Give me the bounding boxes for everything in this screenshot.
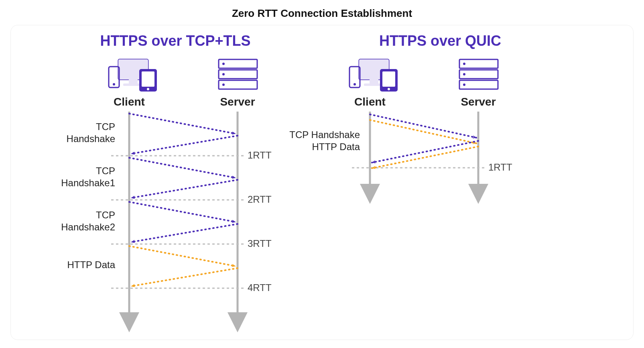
svg-point-23 <box>388 88 390 90</box>
msg-quic-http-resp <box>372 147 478 168</box>
msg-http-response <box>131 268 238 286</box>
client-devices-icon <box>349 59 398 92</box>
msg-tcp-synack <box>131 136 238 154</box>
svg-rect-22 <box>382 71 395 87</box>
svg-point-28 <box>463 73 465 75</box>
svg-point-5 <box>113 83 115 85</box>
msg-tls-keyexchange <box>129 202 236 222</box>
svg-point-29 <box>463 83 465 86</box>
svg-point-12 <box>222 63 225 65</box>
msg-tls-serverhello <box>131 180 238 198</box>
server-icon <box>219 59 257 89</box>
svg-point-14 <box>222 83 225 86</box>
msg-tls-finished <box>131 224 238 242</box>
svg-rect-17 <box>370 79 378 83</box>
server-icon <box>459 59 498 89</box>
msg-quic-initial <box>370 114 476 138</box>
svg-point-20 <box>353 83 356 85</box>
client-devices-icon <box>109 59 157 92</box>
page-title: Zero RTT Connection Establishment <box>0 0 644 20</box>
svg-point-27 <box>463 63 465 65</box>
svg-rect-7 <box>142 71 154 87</box>
svg-point-8 <box>147 88 149 90</box>
svg-point-13 <box>222 73 225 75</box>
svg-rect-2 <box>129 79 138 83</box>
msg-quic-handshake-resp <box>372 141 478 163</box>
msg-tcp-syn <box>129 114 236 134</box>
diagram-panel: HTTPS over TCP+TLS HTTPS over QUIC Clien… <box>10 25 634 340</box>
sequence-diagram <box>11 25 634 340</box>
msg-quic-0rtt-data <box>370 120 476 143</box>
msg-http-request <box>129 246 236 266</box>
msg-tls-clienthello <box>129 158 236 178</box>
